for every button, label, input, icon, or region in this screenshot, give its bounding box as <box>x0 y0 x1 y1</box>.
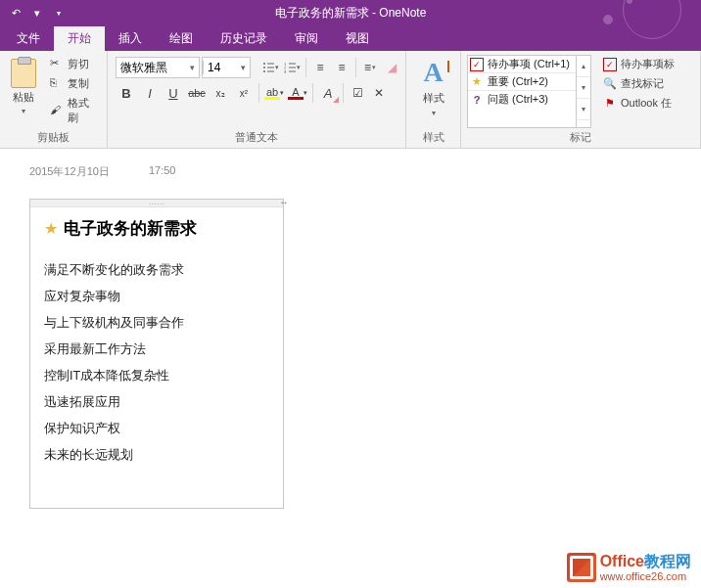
tab-view[interactable]: 视图 <box>332 26 383 51</box>
note-content[interactable]: ★ 电子政务的新需求 满足不断变化的政务需求 应对复杂事物 与上下级机构及同事合… <box>30 207 283 508</box>
group-label-styles: 样式 <box>410 128 456 148</box>
delete-icon[interactable]: ✕ <box>369 83 389 103</box>
tag-item-todo[interactable]: ✓待办事项 (Ctrl+1) <box>468 56 576 73</box>
bold-button[interactable]: B <box>116 82 137 104</box>
tab-home[interactable]: 开始 <box>54 26 105 51</box>
svg-point-4 <box>263 70 265 72</box>
todo-tag-button[interactable]: ✓待办事项标 <box>599 55 678 73</box>
note-line[interactable]: 迅速拓展应用 <box>44 389 269 416</box>
tab-insert[interactable]: 插入 <box>105 26 156 51</box>
page-date: 2015年12月10日 <box>29 164 110 179</box>
star-icon: ★ <box>470 75 484 89</box>
cut-button[interactable]: ✂剪切 <box>46 55 103 73</box>
checkbox-icon: ✓ <box>603 58 617 71</box>
copy-icon: ⎘ <box>50 76 64 90</box>
watermark-brand: Office教程网 <box>600 553 691 570</box>
scissors-icon: ✂ <box>50 57 64 70</box>
page-meta: 2015年12月10日 17:50 <box>29 158 672 199</box>
undo-icon[interactable]: ↶ <box>8 6 23 22</box>
decor-circles <box>525 0 701 39</box>
group-clipboard: 粘贴 ▾ ✂剪切 ⎘复制 🖌格式刷 剪贴板 <box>0 51 108 148</box>
format-painter-button[interactable]: 🖌格式刷 <box>46 94 103 127</box>
font-color-button[interactable]: A▾ <box>287 82 308 104</box>
highlight-button[interactable]: ab▾ <box>263 82 285 104</box>
paste-icon <box>11 59 36 88</box>
font-name-selector[interactable]: 微软雅黑 ▾ <box>116 57 200 78</box>
title-bar: ↶ ▾ ▾ 电子政务的新需求 - OneNote <box>0 0 701 26</box>
note-line[interactable]: 应对复杂事物 <box>44 284 269 310</box>
watermark-icon <box>567 553 596 582</box>
todo-checkbox-icon[interactable]: ☑ <box>348 83 367 103</box>
group-label-tags: 标记 <box>465 128 696 148</box>
group-tags: ✓待办事项 (Ctrl+1) ★重要 (Ctrl+2) ?问题 (Ctrl+3)… <box>461 51 701 148</box>
qat-customize-icon[interactable]: ▾ <box>51 6 67 22</box>
group-text: 微软雅黑 ▾ 14 ▾ 123 ≡ ≡ ≡ ◢ <box>108 51 406 148</box>
bullets-icon[interactable] <box>260 58 280 77</box>
svg-text:3: 3 <box>284 69 287 73</box>
note-line[interactable]: 控制IT成本降低复杂性 <box>44 363 269 389</box>
note-title-row: ★ 电子政务的新需求 <box>44 217 269 240</box>
copy-button[interactable]: ⎘复制 <box>46 74 103 93</box>
numbering-icon[interactable]: 123 <box>282 58 302 77</box>
tag-nav-down[interactable]: ▾ <box>577 77 590 99</box>
star-icon: ★ <box>44 219 58 238</box>
checkbox-icon: ✓ <box>470 58 484 71</box>
strikethrough-button[interactable]: abc <box>186 82 208 104</box>
page-time: 17:50 <box>149 164 176 179</box>
find-tags-button[interactable]: 🔍查找标记 <box>599 74 678 93</box>
align-icon[interactable]: ≡ <box>360 58 380 77</box>
group-label-text: 普通文本 <box>112 128 401 148</box>
ribbon: 粘贴 ▾ ✂剪切 ⎘复制 🖌格式刷 剪贴板 微软雅黑 ▾ 14 ▾ <box>0 51 701 149</box>
note-title[interactable]: 电子政务的新需求 <box>64 217 197 240</box>
note-drag-handle[interactable]: ⋯⋯ <box>30 200 283 207</box>
outlook-tasks-button[interactable]: ⚑Outlook 任 <box>599 94 678 113</box>
tag-gallery-nav: ▴ ▾ ▾ <box>577 55 591 128</box>
outdent-icon[interactable]: ≡ <box>310 58 330 77</box>
tag-nav-more[interactable]: ▾ <box>577 99 590 120</box>
tag-nav-up[interactable]: ▴ <box>577 56 590 77</box>
tag-item-question[interactable]: ?问题 (Ctrl+3) <box>468 91 576 108</box>
flag-icon: ⚑ <box>603 97 617 111</box>
note-container[interactable]: ⋯⋯ ★ 电子政务的新需求 满足不断变化的政务需求 应对复杂事物 与上下级机构及… <box>29 199 284 509</box>
tag-item-important[interactable]: ★重要 (Ctrl+2) <box>468 73 576 91</box>
note-line[interactable]: 保护知识产权 <box>44 416 269 442</box>
group-label-clipboard: 剪贴板 <box>4 128 103 148</box>
underline-button[interactable]: U <box>163 82 184 104</box>
tab-history[interactable]: 历史记录 <box>207 26 281 51</box>
question-icon: ? <box>470 93 484 107</box>
paste-button[interactable]: 粘贴 ▾ <box>4 53 42 121</box>
tag-gallery[interactable]: ✓待办事项 (Ctrl+1) ★重要 (Ctrl+2) ?问题 (Ctrl+3) <box>467 55 577 128</box>
svg-point-2 <box>263 67 265 68</box>
brush-icon: 🖌 <box>50 104 64 117</box>
paste-label: 粘贴 <box>13 90 34 105</box>
group-styles: A 样式 ▾ 样式 <box>406 51 461 148</box>
note-line[interactable]: 采用最新工作方法 <box>44 337 269 363</box>
subscript-button[interactable]: x₂ <box>210 82 231 104</box>
tab-review[interactable]: 审阅 <box>281 26 332 51</box>
window-title: 电子政务的新需求 - OneNote <box>275 5 427 22</box>
watermark: Office教程网 www.office26.com <box>567 553 691 582</box>
styles-button[interactable]: A 样式 ▾ <box>410 53 456 121</box>
font-size-selector[interactable]: 14 ▾ <box>202 57 251 78</box>
clear-formatting-button[interactable]: A◢ <box>317 82 339 104</box>
eraser-icon[interactable]: ◢ <box>382 58 401 77</box>
indent-icon[interactable]: ≡ <box>332 58 351 77</box>
note-line[interactable]: 与上下级机构及同事合作 <box>44 310 269 337</box>
superscript-button[interactable]: x² <box>233 82 255 104</box>
redo-dropdown-icon[interactable]: ▾ <box>29 6 45 22</box>
tab-file[interactable]: 文件 <box>3 26 54 51</box>
note-line[interactable]: 未来的长远规划 <box>44 442 269 469</box>
italic-button[interactable]: I <box>139 82 161 104</box>
watermark-url: www.office26.com <box>600 570 691 582</box>
svg-point-0 <box>263 63 265 65</box>
styles-icon: A <box>423 57 443 88</box>
page-canvas[interactable]: 2015年12月10日 17:50 ⋯⋯ ★ 电子政务的新需求 满足不断变化的政… <box>0 149 701 519</box>
note-line[interactable]: 满足不断变化的政务需求 <box>44 257 269 284</box>
search-icon: 🔍 <box>603 77 617 91</box>
tab-draw[interactable]: 绘图 <box>156 26 207 51</box>
